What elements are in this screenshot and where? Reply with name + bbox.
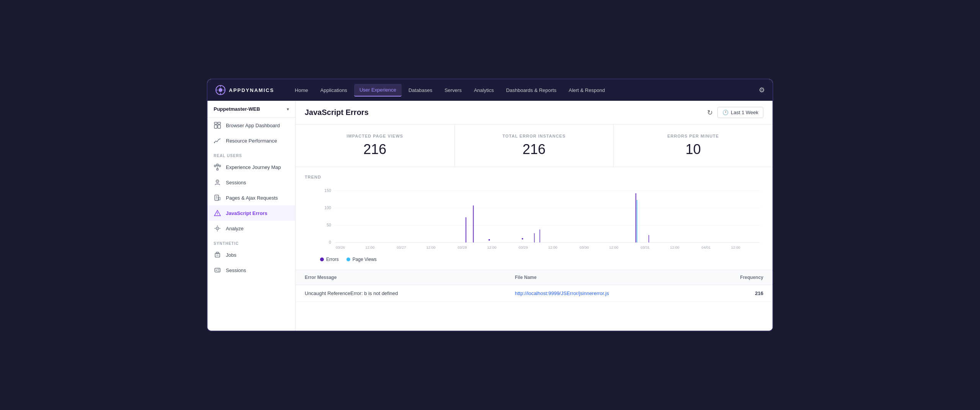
svg-text:12:00: 12:00 xyxy=(670,245,679,249)
td-file-name[interactable]: http://localhost:9999/JSError/jsinnererr… xyxy=(515,290,725,296)
errors-dot xyxy=(320,257,324,261)
svg-rect-3 xyxy=(218,122,220,124)
jobs-icon xyxy=(214,251,221,259)
pages-icon xyxy=(214,194,221,202)
svg-rect-8 xyxy=(217,164,218,166)
svg-text:03/30: 03/30 xyxy=(580,245,589,249)
nav-items: Home Applications User Experience Databa… xyxy=(289,84,759,97)
sidebar-item-label: Sessions xyxy=(226,180,246,185)
logo-text: APPDYNAMICS xyxy=(229,87,274,93)
svg-rect-7 xyxy=(214,165,216,167)
nav-user-experience[interactable]: User Experience xyxy=(354,84,402,97)
stat-errors-per-minute: ERRORS PER MINUTE 10 xyxy=(614,125,773,167)
svg-text:12:00: 12:00 xyxy=(731,245,740,249)
svg-text:12:00: 12:00 xyxy=(487,245,497,249)
nav-servers[interactable]: Servers xyxy=(439,84,467,96)
app-body: Puppetmaster-WEB ▾ Browser App Dashboard xyxy=(207,101,773,331)
legend-errors: Errors xyxy=(320,257,339,262)
time-range-selector[interactable]: 🕐 Last 1 Week xyxy=(717,107,763,118)
sidebar-item-browser-app-dashboard[interactable]: Browser App Dashboard xyxy=(207,118,295,133)
logo-icon xyxy=(215,85,226,95)
trend-title: TREND xyxy=(305,175,763,179)
stat-total-error-instances: TOTAL ERROR INSTANCES 216 xyxy=(455,125,614,167)
svg-rect-5 xyxy=(218,125,220,128)
sidebar-item-sessions[interactable]: Sessions xyxy=(207,175,295,190)
nav-home[interactable]: Home xyxy=(289,84,314,96)
stat-label-1: TOTAL ERROR INSTANCES xyxy=(462,134,606,138)
chart-area: 150 100 50 0 03/26 12:00 03/27 12:00 xyxy=(305,184,763,253)
sidebar-item-resource-performance[interactable]: Resource Performance xyxy=(207,133,295,148)
svg-text:12:00: 12:00 xyxy=(548,245,557,249)
stat-value-1: 216 xyxy=(462,141,606,157)
settings-icon[interactable]: ⚙ xyxy=(759,86,765,94)
svg-text:12:00: 12:00 xyxy=(426,245,435,249)
col-file-name: File Name xyxy=(515,275,725,280)
stat-value-0: 216 xyxy=(303,141,447,157)
nav-dashboards[interactable]: Dashboards & Reports xyxy=(501,84,562,96)
svg-rect-9 xyxy=(219,165,220,167)
nav-databases[interactable]: Databases xyxy=(403,84,438,96)
stat-label-0: IMPACTED PAGE VIEWS xyxy=(303,134,447,138)
svg-rect-32 xyxy=(215,268,220,272)
performance-icon xyxy=(214,137,221,144)
main-header: JavaScript Errors ↻ 🕐 Last 1 Week xyxy=(296,101,773,125)
synthetic-section-label: SYNTHETIC xyxy=(207,236,295,247)
legend-label-page-views: Page Views xyxy=(353,257,377,262)
real-users-section-label: REAL USERS xyxy=(207,148,295,159)
svg-text:04/01: 04/01 xyxy=(701,245,710,249)
top-nav: APPDYNAMICS Home Applications User Exper… xyxy=(207,79,773,101)
sidebar: Puppetmaster-WEB ▾ Browser App Dashboard xyxy=(207,101,296,331)
table-section: Error Message File Name Frequency Uncaug… xyxy=(296,270,773,331)
sidebar-item-label: JavaScript Errors xyxy=(226,210,267,216)
stat-impacted-page-views: IMPACTED PAGE VIEWS 216 xyxy=(296,125,455,167)
svg-point-33 xyxy=(216,270,217,271)
svg-text:100: 100 xyxy=(324,205,331,210)
main-content: JavaScript Errors ↻ 🕐 Last 1 Week IMPACT… xyxy=(296,101,773,331)
legend-page-views: Page Views xyxy=(346,257,377,262)
table-row: Uncaught ReferenceError: b is not define… xyxy=(296,285,773,302)
table-header: Error Message File Name Frequency xyxy=(296,270,773,285)
header-actions: ↻ 🕐 Last 1 Week xyxy=(707,107,763,118)
svg-point-61 xyxy=(522,238,523,239)
sidebar-item-analyze[interactable]: Analyze xyxy=(207,221,295,236)
js-errors-icon xyxy=(214,209,221,217)
sidebar-item-label: Experience Journey Map xyxy=(226,164,281,170)
svg-rect-30 xyxy=(216,252,219,254)
nav-alert[interactable]: Alert & Respond xyxy=(563,84,610,96)
sidebar-item-synthetic-sessions[interactable]: Sessions xyxy=(207,262,295,278)
nav-analytics[interactable]: Analytics xyxy=(469,84,499,96)
stats-row: IMPACTED PAGE VIEWS 216 TOTAL ERROR INST… xyxy=(296,125,773,167)
nav-applications[interactable]: Applications xyxy=(315,84,353,96)
app-frame: APPDYNAMICS Home Applications User Exper… xyxy=(207,79,773,331)
sidebar-item-label: Jobs xyxy=(226,252,236,258)
sessions-icon xyxy=(214,179,221,186)
refresh-button[interactable]: ↻ xyxy=(707,108,713,117)
svg-rect-4 xyxy=(214,125,217,128)
sidebar-item-pages-ajax[interactable]: Pages & Ajax Requests xyxy=(207,190,295,205)
sidebar-item-experience-journey[interactable]: Experience Journey Map xyxy=(207,159,295,175)
col-error-message: Error Message xyxy=(305,275,515,280)
dashboard-icon xyxy=(214,121,221,129)
sidebar-item-label: Browser App Dashboard xyxy=(226,123,280,128)
svg-text:0: 0 xyxy=(329,240,331,244)
svg-text:03/26: 03/26 xyxy=(336,245,345,249)
trend-chart: 150 100 50 0 03/26 12:00 03/27 12:00 xyxy=(320,184,763,253)
stat-value-2: 10 xyxy=(621,141,765,157)
svg-text:03/29: 03/29 xyxy=(519,245,528,249)
sidebar-dropdown[interactable]: Puppetmaster-WEB ▾ xyxy=(207,101,295,118)
svg-point-60 xyxy=(488,239,490,241)
legend-label-errors: Errors xyxy=(326,257,339,262)
synthetic-sessions-icon xyxy=(214,266,221,274)
sidebar-item-label: Pages & Ajax Requests xyxy=(226,195,278,201)
sidebar-item-label: Resource Performance xyxy=(226,138,277,144)
trend-section: TREND 150 100 50 0 03/26 xyxy=(296,167,773,270)
svg-rect-2 xyxy=(214,122,217,124)
time-range-label: Last 1 Week xyxy=(731,110,758,115)
sidebar-item-jobs[interactable]: Jobs xyxy=(207,247,295,262)
svg-text:50: 50 xyxy=(327,223,331,227)
td-error-message: Uncaught ReferenceError: b is not define… xyxy=(305,290,515,296)
sidebar-item-label: Sessions xyxy=(226,267,246,273)
svg-text:03/27: 03/27 xyxy=(397,245,406,249)
svg-point-22 xyxy=(217,215,218,215)
sidebar-item-javascript-errors[interactable]: JavaScript Errors xyxy=(207,205,295,221)
